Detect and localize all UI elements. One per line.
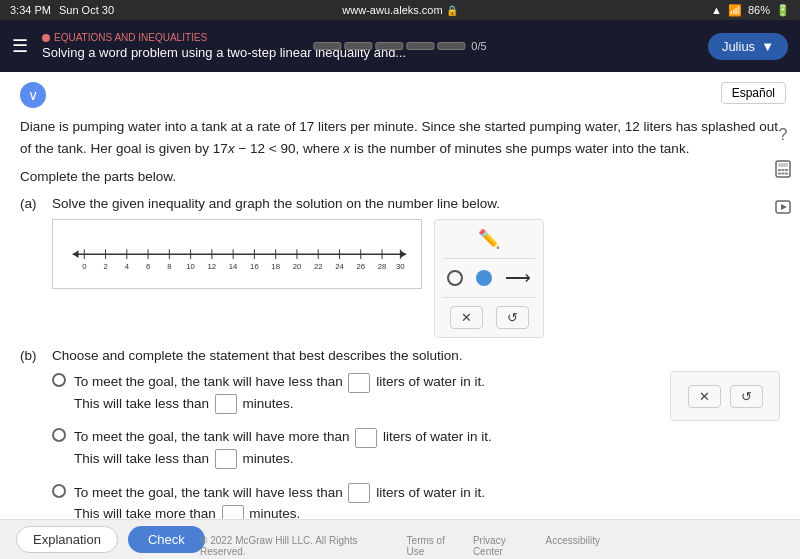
right-icon-panel: ? [770,122,796,224]
date-display: Sun Oct 30 [59,4,114,16]
opt1-line1-suffix: liters of water in it. [372,374,485,389]
number-line-container[interactable]: 0 2 4 6 8 10 12 [52,219,422,289]
status-bar: 3:34 PM Sun Oct 30 www-awu.aleks.com 🔒 ▲… [0,0,800,20]
opt3-line2-prefix: This will take more than [74,506,220,519]
opt1-line2-suffix: minutes. [239,396,294,411]
svg-rect-39 [785,169,788,171]
open-circle-tool[interactable] [447,270,463,286]
opt2-line1-prefix: To meet the goal, the tank will have mor… [74,429,353,444]
progress-segments [313,42,465,50]
privacy-link: Privacy Center [473,535,536,557]
svg-marker-2 [400,250,406,258]
espanol-button[interactable]: Español [721,82,786,104]
opt1-line1-prefix: To meet the goal, the tank will have les… [74,374,346,389]
opt2-line2-suffix: minutes. [239,451,294,466]
opt3-line2-suffix: minutes. [246,506,301,519]
radio-1[interactable] [52,373,66,387]
opt2-input-1[interactable] [355,428,377,448]
part-a-content: Solve the given inequality and graph the… [52,196,780,338]
svg-text:30: 30 [396,262,405,271]
bottom-buttons: Explanation Check [16,526,205,553]
part-b-label: (b) [20,348,40,519]
svg-text:10: 10 [186,262,195,271]
opt2-input-2[interactable] [215,449,237,469]
menu-button[interactable]: ☰ [12,35,28,57]
progress-seg-3 [375,42,403,50]
svg-text:24: 24 [335,262,344,271]
help-button[interactable]: ? [770,122,796,148]
part-b-content: Choose and complete the statement that b… [52,348,780,519]
part-a-label: (a) [20,196,40,338]
svg-marker-44 [781,204,787,210]
check-button[interactable]: Check [128,526,205,553]
svg-rect-42 [785,173,788,175]
tool-row-circles: ⟶ [443,267,535,289]
tool-divider [443,258,535,259]
tools-panel-b: ✕ ↺ [670,371,780,421]
breadcrumb-dot [42,34,50,42]
svg-text:0: 0 [82,262,86,271]
user-menu-button[interactable]: Julius ▼ [708,33,788,60]
opt3-line1-prefix: To meet the goal, the tank will have les… [74,485,346,500]
svg-text:16: 16 [250,262,259,271]
svg-text:18: 18 [271,262,280,271]
opt1-input-2[interactable] [215,394,237,414]
user-name: Julius [722,39,755,54]
wifi-icon: 📶 [728,4,742,17]
radio-option-1: To meet the goal, the tank will have les… [52,371,658,414]
video-icon [774,198,792,216]
complete-parts-label: Complete the parts below. [20,169,780,184]
accessibility-link: Accessibility [546,535,600,557]
top-navigation: ☰ EQUATIONS AND INEQUALITIES Solving a w… [0,20,800,72]
svg-rect-40 [778,173,781,175]
progress-seg-2 [344,42,372,50]
part-b-options: To meet the goal, the tank will have les… [52,371,658,519]
pencil-icon[interactable]: ✏️ [478,228,500,250]
signal-icon: ▲ [711,4,722,16]
opt1-input-1[interactable] [348,373,370,393]
svg-rect-36 [778,163,788,167]
tool-divider-2 [443,297,535,298]
clear-button-b[interactable]: ✕ [688,385,721,408]
copyright-text: © 2022 McGraw Hill LLC. All Rights Reser… [200,535,397,557]
content-area: Español ∨ Diane is pumping water into a … [0,72,800,519]
explanation-button[interactable]: Explanation [16,526,118,553]
opt3-input-2[interactable] [222,505,244,519]
part-a-section: (a) Solve the given inequality and graph… [20,196,780,338]
svg-text:22: 22 [314,262,323,271]
filled-circle-tool[interactable] [476,270,492,286]
opt3-input-1[interactable] [348,483,370,503]
chevron-down-icon: ▼ [761,39,774,54]
arrow-right-tool[interactable]: ⟶ [505,267,531,289]
lock-icon: 🔒 [446,5,458,16]
terms-link: Terms of Use [407,535,463,557]
radio-3[interactable] [52,484,66,498]
url-display: www-awu.aleks.com [342,4,442,16]
opt2-line1-suffix: liters of water in it. [379,429,492,444]
svg-text:8: 8 [167,262,171,271]
battery-display: 86% [748,4,770,16]
calculator-icon [774,160,792,178]
progress-area: 0/5 [313,40,486,52]
number-line-svg: 0 2 4 6 8 10 12 [63,230,411,278]
svg-text:4: 4 [125,262,130,271]
expand-button[interactable]: ∨ [20,82,46,108]
problem-text: Diane is pumping water into a tank at a … [20,116,780,159]
radio-option-3: To meet the goal, the tank will have les… [52,482,658,519]
undo-button-b[interactable]: ↺ [730,385,763,408]
tool-action-row: ✕ ↺ [443,306,535,329]
breadcrumb-label: EQUATIONS AND INEQUALITIES [54,32,207,43]
calculator-button[interactable] [770,156,796,186]
opt3-line1-suffix: liters of water in it. [372,485,485,500]
video-button[interactable] [770,194,796,224]
clear-button-a[interactable]: ✕ [450,306,483,329]
radio-2[interactable] [52,428,66,442]
part-b-row: (b) Choose and complete the statement th… [20,348,780,519]
part-a-instruction: Solve the given inequality and graph the… [52,196,780,211]
svg-text:6: 6 [146,262,150,271]
undo-button-a[interactable]: ↺ [496,306,529,329]
progress-seg-1 [313,42,341,50]
part-b-options-row: To meet the goal, the tank will have les… [52,371,780,519]
svg-rect-38 [782,169,785,171]
svg-rect-41 [782,173,785,175]
